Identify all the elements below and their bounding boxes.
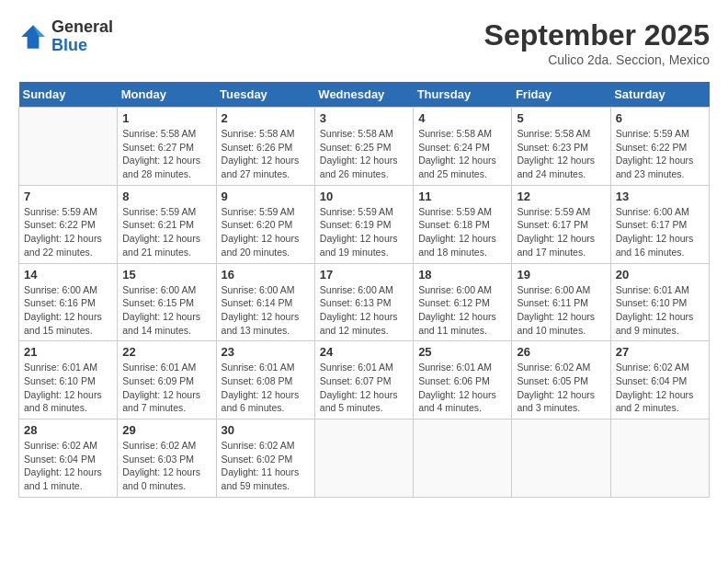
day-number: 25 xyxy=(418,345,506,359)
day-info: Sunrise: 6:00 AMSunset: 6:16 PMDaylight:… xyxy=(24,283,112,338)
day-header-tuesday: Tuesday xyxy=(216,82,314,108)
day-number: 12 xyxy=(517,190,605,203)
calendar-cell: 12Sunrise: 5:59 AMSunset: 6:17 PMDayligh… xyxy=(512,185,610,263)
day-number: 21 xyxy=(24,345,112,359)
day-info: Sunrise: 6:02 AMSunset: 6:02 PMDaylight:… xyxy=(222,439,310,493)
calendar-cell: 2Sunrise: 5:58 AMSunset: 6:26 PMDaylight… xyxy=(216,108,314,186)
calendar-cell: 24Sunrise: 6:01 AMSunset: 6:07 PMDayligh… xyxy=(314,341,413,419)
day-number: 5 xyxy=(517,111,605,125)
logo-general-text: General xyxy=(51,18,113,37)
day-info: Sunrise: 6:01 AMSunset: 6:06 PMDaylight:… xyxy=(418,361,506,415)
day-number: 26 xyxy=(517,345,605,359)
day-info: Sunrise: 5:59 AMSunset: 6:17 PMDaylight:… xyxy=(517,205,605,259)
month-title: September 2025 xyxy=(484,18,710,52)
day-info: Sunrise: 6:00 AMSunset: 6:15 PMDaylight:… xyxy=(122,283,210,338)
week-row-4: 21Sunrise: 6:01 AMSunset: 6:10 PMDayligh… xyxy=(19,341,710,419)
day-header-wednesday: Wednesday xyxy=(314,82,413,108)
day-number: 11 xyxy=(418,190,506,203)
day-info: Sunrise: 5:59 AMSunset: 6:22 PMDaylight:… xyxy=(616,127,704,181)
calendar-cell: 21Sunrise: 6:01 AMSunset: 6:10 PMDayligh… xyxy=(19,341,118,419)
day-header-thursday: Thursday xyxy=(414,82,512,108)
day-number: 17 xyxy=(320,268,408,282)
day-info: Sunrise: 6:02 AMSunset: 6:04 PMDaylight:… xyxy=(24,439,112,493)
day-info: Sunrise: 6:02 AMSunset: 6:03 PMDaylight:… xyxy=(122,439,210,493)
calendar-cell: 4Sunrise: 5:58 AMSunset: 6:24 PMDaylight… xyxy=(414,108,512,186)
day-info: Sunrise: 6:01 AMSunset: 6:10 PMDaylight:… xyxy=(616,283,704,338)
day-info: Sunrise: 6:00 AMSunset: 6:14 PMDaylight:… xyxy=(222,283,310,338)
calendar-cell: 29Sunrise: 6:02 AMSunset: 6:03 PMDayligh… xyxy=(118,419,216,498)
calendar-cell xyxy=(414,419,512,498)
day-number: 20 xyxy=(616,268,704,282)
day-number: 8 xyxy=(122,190,210,203)
calendar-cell: 18Sunrise: 6:00 AMSunset: 6:12 PMDayligh… xyxy=(414,263,512,341)
day-info: Sunrise: 6:01 AMSunset: 6:09 PMDaylight:… xyxy=(122,361,210,415)
calendar-cell: 3Sunrise: 5:58 AMSunset: 6:25 PMDaylight… xyxy=(314,108,413,186)
title-block: September 2025 Culico 2da. Seccion, Mexi… xyxy=(484,18,710,67)
calendar-cell: 28Sunrise: 6:02 AMSunset: 6:04 PMDayligh… xyxy=(19,419,118,498)
calendar-cell: 13Sunrise: 6:00 AMSunset: 6:17 PMDayligh… xyxy=(610,185,709,263)
day-info: Sunrise: 6:00 AMSunset: 6:17 PMDaylight:… xyxy=(616,205,704,259)
day-info: Sunrise: 6:01 AMSunset: 6:07 PMDaylight:… xyxy=(320,361,408,415)
day-number: 6 xyxy=(616,111,704,125)
week-row-2: 7Sunrise: 5:59 AMSunset: 6:22 PMDaylight… xyxy=(19,185,710,263)
day-number: 10 xyxy=(320,190,408,203)
calendar-cell: 17Sunrise: 6:00 AMSunset: 6:13 PMDayligh… xyxy=(314,263,413,341)
logo: General Blue xyxy=(18,18,113,55)
day-number: 22 xyxy=(122,345,210,359)
day-number: 15 xyxy=(122,268,210,282)
calendar-cell: 9Sunrise: 5:59 AMSunset: 6:20 PMDaylight… xyxy=(216,185,314,263)
day-info: Sunrise: 5:58 AMSunset: 6:24 PMDaylight:… xyxy=(418,127,506,181)
calendar-table: SundayMondayTuesdayWednesdayThursdayFrid… xyxy=(18,82,710,498)
day-number: 24 xyxy=(320,345,408,359)
calendar-cell xyxy=(610,419,709,498)
calendar-cell: 20Sunrise: 6:01 AMSunset: 6:10 PMDayligh… xyxy=(610,263,709,341)
day-number: 29 xyxy=(122,423,210,437)
calendar-cell: 14Sunrise: 6:00 AMSunset: 6:16 PMDayligh… xyxy=(19,263,118,341)
day-info: Sunrise: 6:02 AMSunset: 6:04 PMDaylight:… xyxy=(616,361,704,415)
day-number: 18 xyxy=(418,268,506,282)
week-row-1: 1Sunrise: 5:58 AMSunset: 6:27 PMDaylight… xyxy=(19,108,710,186)
calendar-cell: 23Sunrise: 6:01 AMSunset: 6:08 PMDayligh… xyxy=(216,341,314,419)
day-info: Sunrise: 5:58 AMSunset: 6:23 PMDaylight:… xyxy=(517,127,605,181)
logo-blue-text: Blue xyxy=(51,37,113,55)
calendar-cell: 19Sunrise: 6:00 AMSunset: 6:11 PMDayligh… xyxy=(512,263,610,341)
day-header-monday: Monday xyxy=(118,82,216,108)
day-info: Sunrise: 5:59 AMSunset: 6:19 PMDaylight:… xyxy=(320,205,408,259)
day-number: 13 xyxy=(616,190,704,203)
day-info: Sunrise: 6:00 AMSunset: 6:12 PMDaylight:… xyxy=(418,283,506,338)
calendar-cell: 6Sunrise: 5:59 AMSunset: 6:22 PMDaylight… xyxy=(610,108,709,186)
day-info: Sunrise: 5:58 AMSunset: 6:27 PMDaylight:… xyxy=(122,127,210,181)
calendar-cell: 15Sunrise: 6:00 AMSunset: 6:15 PMDayligh… xyxy=(118,263,216,341)
day-number: 1 xyxy=(122,111,210,125)
calendar-cell: 16Sunrise: 6:00 AMSunset: 6:14 PMDayligh… xyxy=(216,263,314,341)
day-number: 23 xyxy=(222,345,310,359)
day-header-saturday: Saturday xyxy=(610,82,709,108)
calendar-cell: 26Sunrise: 6:02 AMSunset: 6:05 PMDayligh… xyxy=(512,341,610,419)
day-number: 14 xyxy=(24,268,112,282)
day-number: 30 xyxy=(222,423,310,437)
day-info: Sunrise: 6:00 AMSunset: 6:13 PMDaylight:… xyxy=(320,283,408,338)
calendar-cell: 7Sunrise: 5:59 AMSunset: 6:22 PMDaylight… xyxy=(19,185,118,263)
day-info: Sunrise: 5:59 AMSunset: 6:21 PMDaylight:… xyxy=(122,205,210,259)
calendar-cell: 30Sunrise: 6:02 AMSunset: 6:02 PMDayligh… xyxy=(216,419,314,498)
page-header: General Blue September 2025 Culico 2da. … xyxy=(18,18,710,67)
week-row-3: 14Sunrise: 6:00 AMSunset: 6:16 PMDayligh… xyxy=(19,263,710,341)
week-row-5: 28Sunrise: 6:02 AMSunset: 6:04 PMDayligh… xyxy=(19,419,710,498)
calendar-cell: 1Sunrise: 5:58 AMSunset: 6:27 PMDaylight… xyxy=(118,108,216,186)
calendar-cell xyxy=(512,419,610,498)
day-number: 19 xyxy=(517,268,605,282)
day-info: Sunrise: 6:00 AMSunset: 6:11 PMDaylight:… xyxy=(517,283,605,338)
calendar-cell: 25Sunrise: 6:01 AMSunset: 6:06 PMDayligh… xyxy=(414,341,512,419)
day-info: Sunrise: 5:58 AMSunset: 6:25 PMDaylight:… xyxy=(320,127,408,181)
day-number: 4 xyxy=(418,111,506,125)
day-number: 3 xyxy=(320,111,408,125)
day-info: Sunrise: 5:59 AMSunset: 6:22 PMDaylight:… xyxy=(24,205,112,259)
day-info: Sunrise: 6:01 AMSunset: 6:08 PMDaylight:… xyxy=(222,361,310,415)
day-info: Sunrise: 5:59 AMSunset: 6:20 PMDaylight:… xyxy=(222,205,310,259)
day-number: 9 xyxy=(222,190,310,203)
day-header-sunday: Sunday xyxy=(19,82,118,108)
calendar-cell: 27Sunrise: 6:02 AMSunset: 6:04 PMDayligh… xyxy=(610,341,709,419)
day-number: 27 xyxy=(616,345,704,359)
day-number: 2 xyxy=(222,111,310,125)
day-info: Sunrise: 5:59 AMSunset: 6:18 PMDaylight:… xyxy=(418,205,506,259)
